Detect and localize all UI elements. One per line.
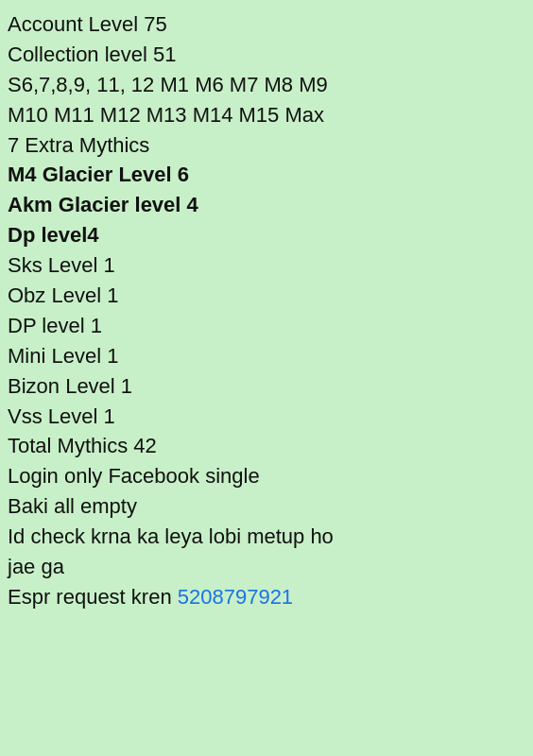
phone-number[interactable]: 5208797921 <box>178 585 293 609</box>
id-check-line1: Id check krna ka leya lobi metup ho <box>8 522 525 552</box>
account-level: Account Level 75 <box>8 9 525 40</box>
extra-mythics: 7 Extra Mythics <box>8 130 525 161</box>
bizon-level: Bizon Level 1 <box>8 371 525 402</box>
skins-line2: M10 M11 M12 M13 M14 M15 Max <box>8 100 525 130</box>
mini-level: Mini Level 1 <box>8 341 525 371</box>
total-mythics: Total Mythics 42 <box>8 431 525 461</box>
skins-line1: S6,7,8,9, 11, 12 M1 M6 M7 M8 M9 <box>8 70 525 100</box>
akm-glacier: Akm Glacier level 4 <box>8 190 525 220</box>
main-content: Account Level 75Collection level 51S6,7,… <box>8 9 525 612</box>
collection-level: Collection level 51 <box>8 40 525 70</box>
id-check-line2: jae ga <box>8 552 525 582</box>
login-info: Login only Facebook single <box>8 461 525 491</box>
obz-level: Obz Level 1 <box>8 281 525 311</box>
espr-request-prefix: Espr request kren 5208797921 <box>8 582 525 612</box>
dp-level4: Dp level4 <box>8 220 525 250</box>
m4-glacier: M4 Glacier Level 6 <box>8 160 525 190</box>
baki-info: Baki all empty <box>8 491 525 522</box>
sks-level: Sks Level 1 <box>8 250 525 281</box>
vss-level: Vss Level 1 <box>8 402 525 432</box>
dp-level1: DP level 1 <box>8 311 525 341</box>
